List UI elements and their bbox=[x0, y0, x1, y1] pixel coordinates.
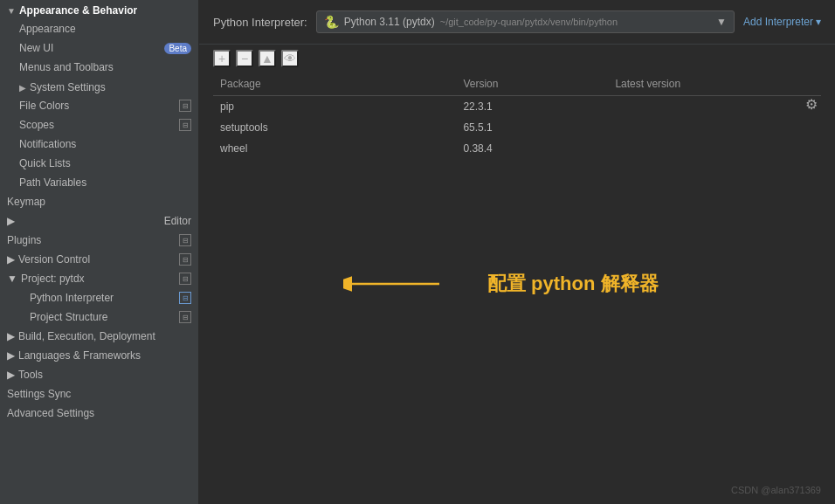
eye-button[interactable]: 👁 bbox=[281, 50, 299, 67]
package-name: setuptools bbox=[213, 117, 456, 138]
column-package: Package bbox=[213, 72, 456, 96]
package-latest bbox=[608, 96, 821, 118]
layout-icon: ⊟ bbox=[179, 273, 191, 285]
sidebar-item-project-pytdx[interactable]: ▼ Project: pytdx ⊟ bbox=[0, 269, 198, 288]
chevron-down-icon: ▾ bbox=[816, 16, 821, 28]
settings-sidebar: ▼ Appearance & Behavior Appearance New U… bbox=[0, 0, 199, 504]
sidebar-item-label: Editor bbox=[164, 215, 191, 227]
sidebar-item-file-colors[interactable]: File Colors ⊟ bbox=[0, 96, 198, 115]
table-header: Package Version Latest version bbox=[213, 72, 821, 96]
table-row[interactable]: wheel 0.38.4 bbox=[213, 138, 821, 159]
chevron-right-icon: ▶ bbox=[7, 253, 15, 266]
move-up-button[interactable]: ▲ bbox=[259, 50, 276, 67]
sidebar-item-editor[interactable]: ▶ Editor bbox=[0, 211, 198, 231]
chevron-down-icon: ▼ bbox=[7, 273, 17, 285]
packages-toolbar: + − ▲ 👁 bbox=[199, 45, 835, 72]
sidebar-item-label: Keymap bbox=[7, 196, 45, 208]
interpreter-path: ~/git_code/py-quan/pytdx/venv/bin/python bbox=[440, 17, 618, 27]
sidebar-item-python-interpreter[interactable]: Python Interpreter ⊟ bbox=[0, 288, 198, 307]
layout-icon: ⊟ bbox=[179, 311, 191, 323]
sidebar-item-label: Plugins bbox=[7, 234, 41, 246]
loading-spinner: ⚙ bbox=[805, 96, 818, 113]
layout-icon: ⊟ bbox=[179, 292, 191, 304]
sidebar-item-label: Quick Lists bbox=[19, 157, 71, 169]
layout-icon: ⊟ bbox=[179, 234, 191, 246]
sidebar-item-languages-frameworks[interactable]: ▶ Languages & Frameworks bbox=[0, 346, 198, 365]
python-icon: 🐍 bbox=[324, 15, 339, 29]
sidebar-item-label: Python Interpreter bbox=[30, 292, 114, 304]
sidebar-item-label: System Settings bbox=[30, 81, 106, 93]
sidebar-item-advanced-settings[interactable]: Advanced Settings bbox=[0, 404, 198, 423]
interpreter-name: Python 3.11 (pytdx) bbox=[344, 16, 435, 28]
package-name: wheel bbox=[213, 138, 456, 159]
sidebar-item-label: Path Variables bbox=[19, 176, 86, 189]
package-version: 22.3.1 bbox=[456, 96, 608, 118]
beta-badge: Beta bbox=[164, 43, 191, 54]
chevron-right-icon: ▶ bbox=[19, 83, 26, 93]
sidebar-item-tools[interactable]: ▶ Tools bbox=[0, 365, 198, 384]
column-version: Version bbox=[456, 72, 608, 96]
sidebar-item-scopes[interactable]: Scopes ⊟ bbox=[0, 115, 198, 135]
package-version: 65.5.1 bbox=[456, 117, 608, 138]
add-interpreter-button[interactable]: Add Interpreter ▾ bbox=[743, 16, 821, 28]
remove-package-button[interactable]: − bbox=[236, 50, 253, 67]
package-version: 0.38.4 bbox=[456, 138, 608, 159]
sidebar-item-version-control[interactable]: ▶ Version Control ⊟ bbox=[0, 250, 198, 269]
table-body: pip 22.3.1 setuptools 65.5.1 wheel 0.38.… bbox=[213, 96, 821, 160]
interpreter-label: Python Interpreter: bbox=[213, 16, 307, 29]
layout-icon: ⊟ bbox=[179, 100, 191, 112]
column-latest-version: Latest version bbox=[608, 72, 821, 96]
sidebar-item-label: Notifications bbox=[19, 138, 76, 150]
sidebar-item-label: Advanced Settings bbox=[7, 407, 94, 419]
sidebar-item-label: Appearance bbox=[19, 23, 76, 35]
sidebar-item-system-settings[interactable]: ▶ System Settings bbox=[0, 77, 198, 96]
layout-icon: ⊟ bbox=[179, 253, 191, 266]
sidebar-item-build-execution[interactable]: ▶ Build, Execution, Deployment bbox=[0, 327, 198, 346]
interpreter-selected-value: 🐍 Python 3.11 (pytdx) ~/git_code/py-quan… bbox=[324, 15, 618, 29]
sidebar-item-quick-lists[interactable]: Quick Lists bbox=[0, 154, 198, 173]
chevron-down-icon: ▼ bbox=[716, 16, 727, 28]
chevron-right-icon: ▶ bbox=[7, 330, 15, 342]
sidebar-item-settings-sync[interactable]: Settings Sync bbox=[0, 384, 198, 404]
sidebar-item-label: Build, Execution, Deployment bbox=[18, 330, 155, 342]
interpreter-bar: Python Interpreter: 🐍 Python 3.11 (pytdx… bbox=[199, 0, 835, 45]
sidebar-item-notifications[interactable]: Notifications bbox=[0, 135, 198, 154]
packages-table-container: Package Version Latest version pip 22.3.… bbox=[213, 72, 821, 504]
sidebar-item-keymap[interactable]: Keymap bbox=[0, 192, 198, 211]
interpreter-select-dropdown[interactable]: 🐍 Python 3.11 (pytdx) ~/git_code/py-quan… bbox=[316, 10, 735, 33]
sidebar-item-label: Tools bbox=[18, 369, 43, 381]
sidebar-item-menus-toolbars[interactable]: Menus and Toolbars bbox=[0, 58, 198, 77]
chevron-right-icon: ▶ bbox=[7, 215, 15, 227]
layout-icon: ⊟ bbox=[179, 119, 191, 131]
add-package-button[interactable]: + bbox=[213, 50, 231, 67]
chevron-right-icon: ▶ bbox=[7, 349, 15, 362]
package-latest bbox=[608, 138, 821, 159]
sidebar-item-plugins[interactable]: Plugins ⊟ bbox=[0, 231, 198, 250]
sidebar-item-appearance[interactable]: Appearance bbox=[0, 19, 198, 38]
main-content-area: Python Interpreter: 🐍 Python 3.11 (pytdx… bbox=[199, 0, 835, 504]
sidebar-item-label: New UI bbox=[19, 42, 53, 54]
sidebar-section-label: Appearance & Behavior bbox=[19, 4, 137, 17]
chevron-right-icon: ▶ bbox=[7, 369, 15, 381]
package-latest bbox=[608, 117, 821, 138]
sidebar-item-new-ui[interactable]: New UI Beta bbox=[0, 38, 198, 58]
sidebar-item-label: Menus and Toolbars bbox=[19, 61, 114, 73]
sidebar-item-label: Scopes bbox=[19, 119, 54, 131]
table-row[interactable]: pip 22.3.1 bbox=[213, 96, 821, 118]
sidebar-item-label: Languages & Frameworks bbox=[18, 349, 141, 362]
sidebar-item-label: Project Structure bbox=[30, 311, 107, 323]
sidebar-item-label: Settings Sync bbox=[7, 388, 71, 400]
packages-table: Package Version Latest version pip 22.3.… bbox=[213, 72, 821, 159]
sidebar-item-path-variables[interactable]: Path Variables bbox=[0, 173, 198, 192]
sidebar-item-label: Version Control bbox=[18, 253, 90, 266]
watermark: CSDN @alan371369 bbox=[731, 485, 821, 495]
sidebar-section-appearance-behavior[interactable]: ▼ Appearance & Behavior bbox=[0, 0, 198, 19]
sidebar-item-label: Project: pytdx bbox=[21, 273, 85, 285]
chevron-down-icon: ▼ bbox=[7, 6, 16, 16]
table-row[interactable]: setuptools 65.5.1 bbox=[213, 117, 821, 138]
package-name: pip bbox=[213, 96, 456, 118]
sidebar-item-label: File Colors bbox=[19, 100, 69, 112]
add-interpreter-label: Add Interpreter bbox=[743, 16, 813, 28]
sidebar-item-project-structure[interactable]: Project Structure ⊟ bbox=[0, 307, 198, 327]
